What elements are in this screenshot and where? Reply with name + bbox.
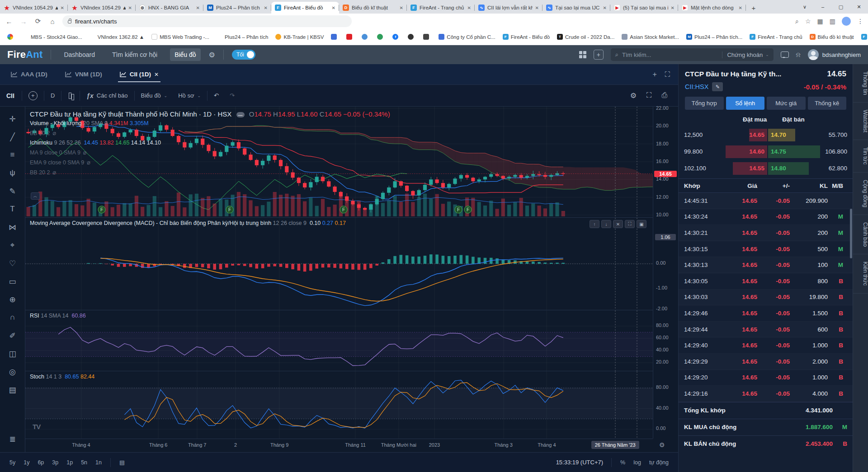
edit-symbol-icon[interactable]: ✎	[712, 82, 723, 91]
auto-scale-button[interactable]: tự động	[646, 458, 672, 467]
tab-close-icon[interactable]: ✕	[603, 5, 607, 10]
bookmark-item[interactable]	[5, 33, 18, 41]
rsi-pane-canvas[interactable]	[25, 310, 653, 371]
prediction-tool[interactable]: ⌖	[4, 237, 21, 254]
browser-tab[interactable]: ◍ HNX - BANG GIA ✕	[136, 2, 203, 14]
bookmark-item[interactable]: ★ VNIndex 1362.82 ▲	[87, 33, 147, 41]
fullscreen-icon[interactable]: ⛶	[646, 91, 651, 100]
zoom-icon[interactable]: ⌕	[795, 18, 799, 25]
macd-legend[interactable]: Moving Average Covergence Divergence (MA…	[30, 220, 346, 226]
trade-row[interactable]: 14:30:05 14.65 -0.05 800 B	[679, 273, 853, 290]
rail-tab[interactable]: Tin tức	[853, 140, 868, 172]
browser-tab[interactable]: ∿ Tại sao lại mua IJC ✕	[542, 2, 610, 14]
sidebar-tab[interactable]: Mức giá	[767, 97, 806, 110]
bookmark-item[interactable]: M Plus24 – Phân tích...	[684, 33, 745, 41]
home-icon[interactable]: ⌂	[48, 18, 57, 25]
compare-add-icon[interactable]: +	[28, 91, 38, 100]
bookmark-item[interactable]: f	[390, 33, 403, 41]
tab-close-icon[interactable]: ✕	[400, 5, 403, 10]
sidebar-symbol[interactable]: CII:HSX ✎	[685, 82, 723, 91]
global-search[interactable]: ⌕ Tìm kiếm... Chứng khoán ⌄	[611, 48, 774, 61]
trade-row[interactable]: 14:29:46 14.65 -0.05 1.500 B	[679, 305, 853, 322]
bookmark-item[interactable]: KB-Trade | KBSV	[273, 33, 326, 41]
layout-menu-button[interactable]: Biểu đồ⌄	[136, 89, 173, 103]
browser-menu-icon[interactable]: ⋮	[857, 18, 863, 25]
tab-close-icon[interactable]: ✕	[61, 5, 64, 10]
range-button[interactable]: 1y	[20, 458, 33, 467]
legend-collapse-button[interactable]: ︿	[31, 192, 40, 200]
bookmark-item[interactable]	[420, 33, 434, 41]
object-tree-icon[interactable]: ≣	[4, 430, 21, 448]
pane-move-down-icon[interactable]: ↓	[601, 220, 611, 228]
go-to-date-icon[interactable]: ▤	[116, 457, 128, 467]
browser-tab[interactable]: ★ VNIndex 1054.29 ▲ ✕	[0, 2, 68, 14]
bookmark-item[interactable]: ★ Plus24 – Phân tích	[214, 33, 271, 41]
ichimoku-legend[interactable]: Ichimoku 9 26 52 26 14.45 13.82 14.65 14…	[30, 138, 390, 148]
tab-search-icon[interactable]: ∨	[796, 0, 814, 14]
brush-tool[interactable]: ✎	[4, 182, 21, 200]
interval-button[interactable]: D	[45, 89, 60, 103]
trade-row[interactable]: 14:29:44 14.65 -0.05 600 B	[679, 322, 853, 338]
chart-settings-gear-icon[interactable]: ⚙	[630, 91, 637, 100]
tab-close-icon[interactable]: ✕	[128, 5, 132, 10]
rail-tab[interactable]: Kiến thức	[853, 254, 868, 294]
trade-row[interactable]: 14:30:15 14.65 -0.05 500 M	[679, 241, 853, 257]
notifications-bell-icon[interactable]: ⍾	[796, 51, 801, 59]
log-scale-button[interactable]: log	[630, 458, 644, 467]
pitchfork-tool[interactable]: ψ	[4, 164, 21, 182]
sidebar-tab[interactable]: Thống kê	[808, 97, 847, 110]
bookmark-item[interactable]: F FireAnt - Biểu đồ	[500, 33, 552, 41]
clock-label[interactable]: 15:33:19 (UTC+7)	[556, 459, 603, 466]
extensions-icon[interactable]: ▦	[817, 18, 823, 25]
eye-off-icon[interactable]: ⌀	[83, 148, 87, 157]
bookmark-item[interactable]: Công ty Cổ phần C...	[436, 33, 498, 41]
order-book-row[interactable]: 102.100 14.55 14.80 62.800	[679, 160, 853, 177]
tab-close-icon[interactable]: ✕	[332, 5, 335, 10]
bookmark-item[interactable]: D Biểu đồ kì thuật	[807, 33, 857, 41]
range-button[interactable]: 5y	[6, 458, 19, 467]
fireant-logo[interactable]: FireAnt	[7, 49, 42, 61]
pane-close-icon[interactable]: ✕	[613, 220, 623, 228]
forward-icon[interactable]: →	[19, 18, 28, 25]
bookmark-star-icon[interactable]: ☆	[805, 18, 811, 25]
user-menu[interactable]: bdsanhnghiem	[808, 49, 861, 60]
trade-row[interactable]: 14:45:31 14.65 -0.05 209.900	[679, 193, 853, 209]
trade-row[interactable]: 14:30:21 14.65 -0.05 200 M	[679, 225, 853, 241]
stoch-pane-canvas[interactable]	[25, 371, 653, 439]
browser-tab[interactable]: ∿ CII lái lợn vẫn rất kh ✕	[475, 2, 542, 14]
nav-dashboard[interactable]: Dashboard	[59, 48, 99, 61]
text-tool[interactable]: T	[4, 201, 21, 218]
snapshot-camera-icon[interactable]: ⎙	[661, 91, 667, 100]
tab-close-icon[interactable]: ✕	[535, 5, 539, 10]
bb2-legend[interactable]: BB 20 2⌀	[30, 168, 390, 178]
hide-all-tool[interactable]: ◎	[4, 363, 21, 380]
browser-tab[interactable]: M Plus24 – Phân tích k ✕	[203, 2, 271, 14]
rsi-legend[interactable]: RSI 14 SMA 14 60.86	[30, 313, 86, 319]
chat-icon[interactable]	[781, 51, 789, 58]
browser-tab[interactable]: F FireAnt - Trang chủ ✕	[407, 2, 475, 14]
expand-layout-icon[interactable]: ⛶	[665, 70, 670, 79]
reload-icon[interactable]: ⟳	[33, 17, 42, 25]
rail-tab[interactable]: Cảnh báo	[853, 215, 868, 254]
plot-area[interactable]: FFFFF CTCP Đầu tư Hạ tầng Kỹ thuật Thành…	[25, 107, 653, 439]
bookmark-item[interactable]: F FireAnt - Trang chủ	[747, 33, 805, 41]
sidebar-tab[interactable]: Tổng hợp	[685, 97, 724, 110]
legend-collapse-chip[interactable]: —	[236, 112, 245, 117]
range-button[interactable]: 6p	[34, 458, 47, 467]
emoticon-tool[interactable]: ♡	[4, 255, 21, 272]
time-axis[interactable]: Tháng 4Tháng 6Tháng 72Tháng 9Tháng 11Thá…	[25, 439, 653, 452]
chart-tab[interactable]: AAA (1D)	[5, 64, 57, 85]
magnet-tool[interactable]: ∩	[4, 309, 21, 326]
bookmark-item[interactable]	[344, 33, 357, 41]
trade-row[interactable]: 14:29:29 14.65 -0.05 2.000 B	[679, 354, 853, 370]
bookmark-item[interactable]: Asian Stock Market...	[619, 33, 682, 41]
axis-settings-gear-icon[interactable]: ⚙	[659, 441, 665, 449]
pane-move-up-icon[interactable]: ↑	[590, 220, 599, 228]
window-minimize-button[interactable]: –	[814, 0, 832, 14]
trade-row[interactable]: 14:30:13 14.65 -0.05 100 M	[679, 257, 853, 273]
tab-close-icon[interactable]: ✕	[739, 5, 742, 10]
redo-button[interactable]: ↷	[224, 89, 240, 103]
apps-grid-icon[interactable]	[579, 51, 586, 58]
chart-tab[interactable]: CII (1D) ✕	[113, 64, 165, 85]
side-panel-icon[interactable]: ▥	[830, 18, 835, 25]
